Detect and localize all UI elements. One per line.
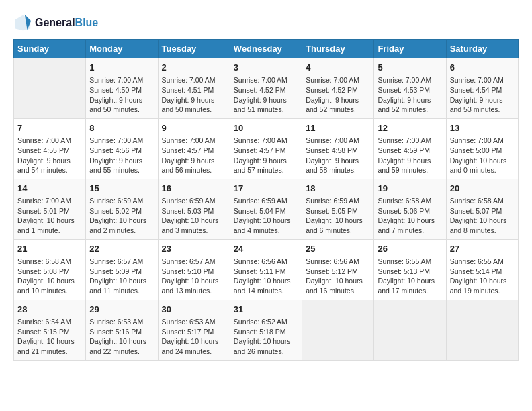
calendar-cell: 15Sunrise: 6:59 AM Sunset: 5:02 PM Dayli… [86,179,158,239]
calendar-cell: 31Sunrise: 6:52 AM Sunset: 5:18 PM Dayli… [230,300,302,360]
header-cell-friday: Friday [374,40,446,58]
calendar-cell: 25Sunrise: 6:56 AM Sunset: 5:12 PM Dayli… [302,239,374,300]
day-number: 30 [162,304,226,316]
calendar-cell: 12Sunrise: 7:00 AM Sunset: 4:59 PM Dayli… [374,118,446,179]
calendar-cell: 6Sunrise: 7:00 AM Sunset: 4:54 PM Daylig… [446,58,518,119]
day-info: Sunrise: 6:57 AM Sunset: 5:09 PM Dayligh… [89,257,154,296]
calendar-week-row: 1Sunrise: 7:00 AM Sunset: 4:50 PM Daylig… [14,58,519,119]
day-info: Sunrise: 7:00 AM Sunset: 4:52 PM Dayligh… [306,75,370,115]
calendar-cell: 7Sunrise: 7:00 AM Sunset: 4:55 PM Daylig… [14,118,86,179]
day-number: 13 [450,122,515,134]
calendar-cell: 3Sunrise: 7:00 AM Sunset: 4:52 PM Daylig… [230,58,302,119]
logo-text: GeneralBlue [35,17,98,29]
day-info: Sunrise: 6:52 AM Sunset: 5:18 PM Dayligh… [234,317,298,357]
calendar-cell: 10Sunrise: 7:00 AM Sunset: 4:57 PM Dayli… [230,118,302,179]
day-number: 28 [17,304,82,316]
day-number: 4 [306,62,370,74]
day-info: Sunrise: 7:00 AM Sunset: 4:57 PM Dayligh… [234,136,298,175]
day-info: Sunrise: 6:55 AM Sunset: 5:14 PM Dayligh… [450,257,515,296]
header-cell-tuesday: Tuesday [158,40,230,58]
day-number: 12 [378,122,442,134]
calendar-cell: 22Sunrise: 6:57 AM Sunset: 5:09 PM Dayli… [86,239,158,300]
day-number: 25 [306,243,370,255]
day-number: 16 [162,183,226,195]
page-header: GeneralBlue [13,13,519,32]
day-number: 21 [17,243,82,255]
calendar-cell [302,300,374,360]
calendar-cell: 16Sunrise: 6:59 AM Sunset: 5:03 PM Dayli… [158,179,230,239]
calendar-cell: 13Sunrise: 7:00 AM Sunset: 5:00 PM Dayli… [446,118,518,179]
calendar-cell: 14Sunrise: 7:00 AM Sunset: 5:01 PM Dayli… [14,179,86,239]
day-info: Sunrise: 7:00 AM Sunset: 4:55 PM Dayligh… [17,136,82,175]
day-number: 6 [450,62,515,74]
day-number: 5 [378,62,442,74]
calendar-cell: 2Sunrise: 7:00 AM Sunset: 4:51 PM Daylig… [158,58,230,119]
day-number: 2 [162,62,226,74]
day-number: 11 [306,122,370,134]
day-info: Sunrise: 6:58 AM Sunset: 5:06 PM Dayligh… [378,196,442,236]
calendar-cell [374,300,446,360]
day-number: 10 [234,122,298,134]
day-info: Sunrise: 6:59 AM Sunset: 5:02 PM Dayligh… [89,196,154,236]
calendar-table: SundayMondayTuesdayWednesdayThursdayFrid… [13,39,519,361]
day-number: 23 [162,243,226,255]
day-info: Sunrise: 6:58 AM Sunset: 5:08 PM Dayligh… [17,257,82,296]
header-cell-thursday: Thursday [302,40,374,58]
day-number: 17 [234,183,298,195]
day-info: Sunrise: 6:53 AM Sunset: 5:17 PM Dayligh… [162,317,226,357]
day-info: Sunrise: 7:00 AM Sunset: 4:56 PM Dayligh… [89,136,154,175]
calendar-cell [14,58,86,119]
day-number: 7 [17,122,82,134]
calendar-cell: 20Sunrise: 6:58 AM Sunset: 5:07 PM Dayli… [446,179,518,239]
calendar-cell: 9Sunrise: 7:00 AM Sunset: 4:57 PM Daylig… [158,118,230,179]
day-info: Sunrise: 7:00 AM Sunset: 4:58 PM Dayligh… [306,136,370,175]
calendar-week-row: 28Sunrise: 6:54 AM Sunset: 5:15 PM Dayli… [14,300,519,360]
day-info: Sunrise: 7:00 AM Sunset: 4:54 PM Dayligh… [450,75,515,115]
day-info: Sunrise: 7:00 AM Sunset: 4:53 PM Dayligh… [378,75,442,115]
day-number: 31 [234,304,298,316]
calendar-cell: 4Sunrise: 7:00 AM Sunset: 4:52 PM Daylig… [302,58,374,119]
day-info: Sunrise: 6:56 AM Sunset: 5:11 PM Dayligh… [234,257,298,296]
day-info: Sunrise: 7:00 AM Sunset: 4:52 PM Dayligh… [234,75,298,115]
day-number: 15 [89,183,154,195]
day-info: Sunrise: 6:59 AM Sunset: 5:04 PM Dayligh… [234,196,298,236]
day-number: 24 [234,243,298,255]
day-info: Sunrise: 6:57 AM Sunset: 5:10 PM Dayligh… [162,257,226,296]
calendar-header-row: SundayMondayTuesdayWednesdayThursdayFrid… [14,40,519,58]
day-info: Sunrise: 6:55 AM Sunset: 5:13 PM Dayligh… [378,257,442,296]
calendar-week-row: 21Sunrise: 6:58 AM Sunset: 5:08 PM Dayli… [14,239,519,300]
day-info: Sunrise: 6:58 AM Sunset: 5:07 PM Dayligh… [450,196,515,236]
day-info: Sunrise: 6:59 AM Sunset: 5:03 PM Dayligh… [162,196,226,236]
header-cell-wednesday: Wednesday [230,40,302,58]
calendar-cell: 1Sunrise: 7:00 AM Sunset: 4:50 PM Daylig… [86,58,158,119]
day-info: Sunrise: 7:00 AM Sunset: 5:00 PM Dayligh… [450,136,515,175]
day-number: 14 [17,183,82,195]
header-cell-monday: Monday [86,40,158,58]
calendar-week-row: 14Sunrise: 7:00 AM Sunset: 5:01 PM Dayli… [14,179,519,239]
day-info: Sunrise: 6:54 AM Sunset: 5:15 PM Dayligh… [17,317,82,357]
day-number: 18 [306,183,370,195]
logo: GeneralBlue [13,13,98,32]
calendar-cell: 21Sunrise: 6:58 AM Sunset: 5:08 PM Dayli… [14,239,86,300]
day-number: 9 [162,122,226,134]
calendar-cell: 29Sunrise: 6:53 AM Sunset: 5:16 PM Dayli… [86,300,158,360]
header-cell-saturday: Saturday [446,40,518,58]
calendar-cell: 23Sunrise: 6:57 AM Sunset: 5:10 PM Dayli… [158,239,230,300]
day-number: 3 [234,62,298,74]
calendar-cell: 27Sunrise: 6:55 AM Sunset: 5:14 PM Dayli… [446,239,518,300]
day-info: Sunrise: 7:00 AM Sunset: 5:01 PM Dayligh… [17,196,82,236]
day-info: Sunrise: 7:00 AM Sunset: 4:51 PM Dayligh… [162,75,226,115]
day-info: Sunrise: 6:59 AM Sunset: 5:05 PM Dayligh… [306,196,370,236]
calendar-cell: 26Sunrise: 6:55 AM Sunset: 5:13 PM Dayli… [374,239,446,300]
day-number: 29 [89,304,154,316]
calendar-cell: 17Sunrise: 6:59 AM Sunset: 5:04 PM Dayli… [230,179,302,239]
header-cell-sunday: Sunday [14,40,86,58]
calendar-cell: 5Sunrise: 7:00 AM Sunset: 4:53 PM Daylig… [374,58,446,119]
day-info: Sunrise: 6:56 AM Sunset: 5:12 PM Dayligh… [306,257,370,296]
calendar-cell: 30Sunrise: 6:53 AM Sunset: 5:17 PM Dayli… [158,300,230,360]
day-number: 1 [89,62,154,74]
calendar-cell: 18Sunrise: 6:59 AM Sunset: 5:05 PM Dayli… [302,179,374,239]
logo-icon [13,13,32,32]
day-info: Sunrise: 6:53 AM Sunset: 5:16 PM Dayligh… [89,317,154,357]
calendar-cell: 24Sunrise: 6:56 AM Sunset: 5:11 PM Dayli… [230,239,302,300]
